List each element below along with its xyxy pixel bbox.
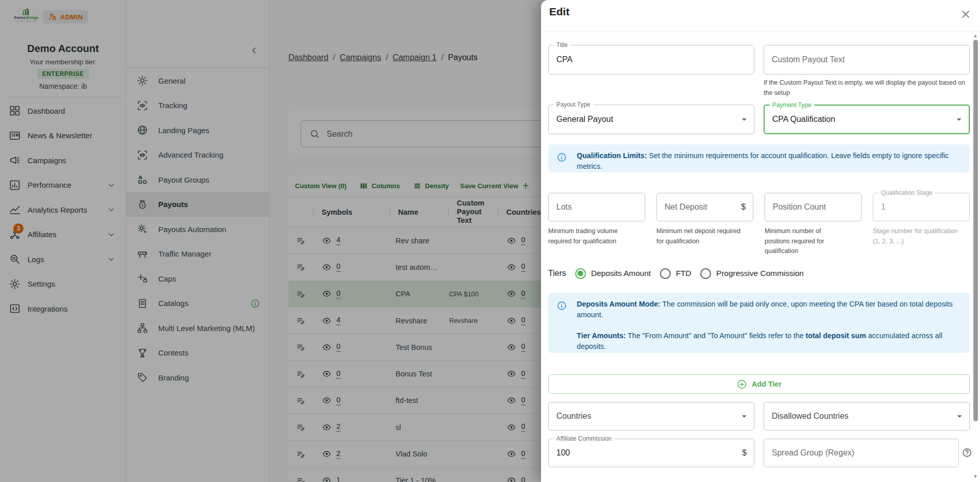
qualification-stage-value: 1 [881,202,886,212]
lots-helper: Minimum trading volume required for qual… [548,226,636,246]
payout-type-value: General Payout [556,115,613,124]
scroll-up-arrow[interactable]: ▲ [972,33,978,39]
net-deposit-helper: Minimum net deposit required for qualifi… [656,226,744,246]
payment-type-label: Payment Type [770,102,814,109]
dollar-suffix: $ [741,202,746,212]
tier-radio-label: Deposits Amount [591,269,651,278]
spread-group-help-icon[interactable] [962,447,972,458]
disallowed-countries-select[interactable]: Disallowed Countries [764,402,970,430]
position-count-placeholder: Position Count [773,202,826,212]
radio-selected-icon [575,268,586,279]
caret-down-icon [739,411,750,422]
close-icon[interactable] [960,8,972,20]
edit-payout-drawer: Edit Title CPA Custom Payout Text If the… [541,0,980,482]
qualification-stage-helper: Stage number for qualification (1, 2, 3,… [873,226,959,246]
qualification-stage-label: Qualification Stage [878,189,935,196]
scrollbar-thumb[interactable] [973,40,978,421]
title-field-value: CPA [556,55,573,64]
countries-label: Countries [556,412,591,421]
radio-unselected-icon [660,268,671,279]
affiliate-commission-field[interactable]: Affiliate Commission 100 $ [548,439,754,467]
tier-radio-ftd[interactable]: FTD [660,268,691,279]
plus-circle-icon [737,379,747,390]
countries-select[interactable]: Countries [548,402,754,430]
lots-placeholder: Lots [556,202,572,212]
tier-amounts-text: Tier Amounts: The "From Amount" and "To … [577,331,962,352]
tier-radio-progressive-commission[interactable]: Progressive Commission [700,268,803,279]
dollar-suffix: $ [742,448,747,458]
caret-down-icon [739,114,750,125]
radio-unselected-icon [700,268,711,279]
tiers-radio-group: Tiers Deposits AmountFTDProgressive Comm… [548,266,813,281]
qualification-limits-text: Qualification Limits: Set the minimum re… [577,150,964,172]
tier-radio-label: FTD [676,269,691,278]
info-icon [556,152,567,163]
title-field[interactable]: Title CPA [548,45,754,74]
lots-field[interactable]: Lots [548,193,645,221]
payout-type-label: Payout Type [554,101,593,108]
custom-payout-helper: If the Custom Payout Text is empty, we w… [764,78,970,98]
payout-type-select[interactable]: Payout Type General Payout [548,105,754,134]
position-count-helper: Minimum number of positions required for… [765,226,846,257]
title-field-label: Title [554,41,570,48]
qualification-limits-info: Qualification Limits: Set the minimum re… [548,144,970,172]
scroll-down-arrow[interactable]: ▼ [972,473,978,479]
drawer-header-divider [541,32,980,32]
tier-radio-label: Progressive Commission [716,269,803,278]
payment-type-select[interactable]: Payment Type CPA Qualification [764,105,970,134]
custom-payout-text-field[interactable]: Custom Payout Text [764,45,970,74]
deposits-mode-text: Deposits Amount Mode: The commission wil… [577,299,962,320]
tier-radio-deposits-amount[interactable]: Deposits Amount [575,268,651,279]
tiers-label: Tiers [548,269,566,278]
info-icon [556,300,567,311]
add-tier-button[interactable]: Add Tier [548,374,970,394]
affiliate-commission-value: 100 [556,448,570,458]
position-count-field[interactable]: Position Count [765,193,862,221]
add-tier-label: Add Tier [752,380,782,388]
spread-group-placeholder: Spread Group (Regex) [772,448,854,458]
spread-group-field[interactable]: Spread Group (Regex) [764,439,959,467]
affiliate-commission-label: Affiliate Commission [554,435,614,442]
caret-down-icon [954,411,965,422]
qualification-stage-field[interactable]: Qualification Stage 1 [873,193,970,221]
payment-type-value: CPA Qualification [772,115,835,124]
caret-down-icon [953,114,965,125]
custom-payout-placeholder: Custom Payout Text [772,55,845,64]
deposits-amount-mode-info: Deposits Amount Mode: The commission wil… [548,293,970,353]
drawer-title: Edit [549,6,570,18]
disallowed-countries-label: Disallowed Countries [772,412,848,421]
net-deposit-placeholder: Net Deposit [665,202,707,212]
net-deposit-field[interactable]: Net Deposit $ [656,193,753,221]
